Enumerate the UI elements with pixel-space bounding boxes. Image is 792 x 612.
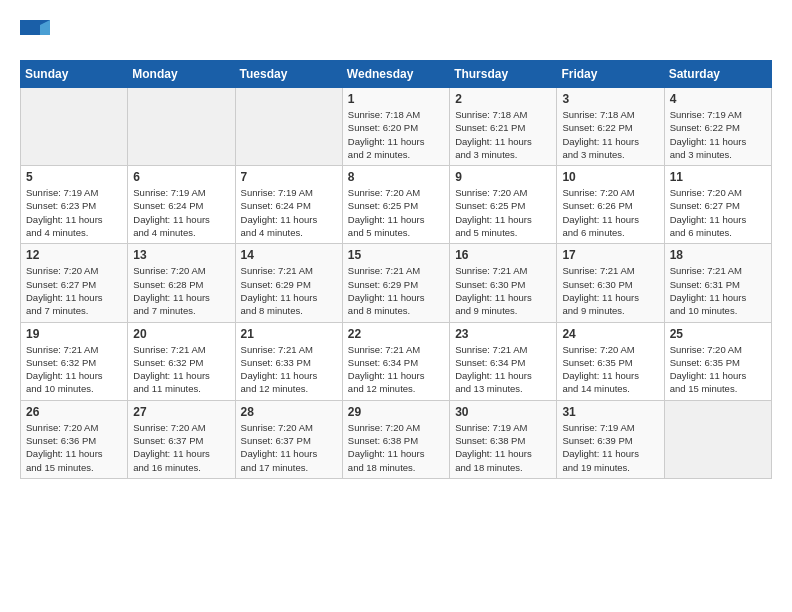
day-info: Sunrise: 7:19 AMSunset: 6:22 PMDaylight:… xyxy=(670,108,766,161)
day-cell: 8Sunrise: 7:20 AMSunset: 6:25 PMDaylight… xyxy=(342,166,449,244)
day-number: 22 xyxy=(348,327,444,341)
day-number: 30 xyxy=(455,405,551,419)
day-info: Sunrise: 7:20 AMSunset: 6:28 PMDaylight:… xyxy=(133,264,229,317)
day-info: Sunrise: 7:20 AMSunset: 6:25 PMDaylight:… xyxy=(348,186,444,239)
day-info: Sunrise: 7:19 AMSunset: 6:39 PMDaylight:… xyxy=(562,421,658,474)
day-number: 15 xyxy=(348,248,444,262)
day-number: 7 xyxy=(241,170,337,184)
day-cell xyxy=(128,88,235,166)
day-number: 11 xyxy=(670,170,766,184)
week-row-4: 19Sunrise: 7:21 AMSunset: 6:32 PMDayligh… xyxy=(21,322,772,400)
day-cell: 16Sunrise: 7:21 AMSunset: 6:30 PMDayligh… xyxy=(450,244,557,322)
day-cell: 21Sunrise: 7:21 AMSunset: 6:33 PMDayligh… xyxy=(235,322,342,400)
weekday-header-saturday: Saturday xyxy=(664,61,771,88)
day-number: 14 xyxy=(241,248,337,262)
day-number: 29 xyxy=(348,405,444,419)
day-cell: 2Sunrise: 7:18 AMSunset: 6:21 PMDaylight… xyxy=(450,88,557,166)
week-row-2: 5Sunrise: 7:19 AMSunset: 6:23 PMDaylight… xyxy=(21,166,772,244)
day-cell: 24Sunrise: 7:20 AMSunset: 6:35 PMDayligh… xyxy=(557,322,664,400)
day-number: 8 xyxy=(348,170,444,184)
week-row-1: 1Sunrise: 7:18 AMSunset: 6:20 PMDaylight… xyxy=(21,88,772,166)
day-cell: 22Sunrise: 7:21 AMSunset: 6:34 PMDayligh… xyxy=(342,322,449,400)
day-number: 5 xyxy=(26,170,122,184)
day-cell: 4Sunrise: 7:19 AMSunset: 6:22 PMDaylight… xyxy=(664,88,771,166)
day-cell: 19Sunrise: 7:21 AMSunset: 6:32 PMDayligh… xyxy=(21,322,128,400)
day-cell: 1Sunrise: 7:18 AMSunset: 6:20 PMDaylight… xyxy=(342,88,449,166)
week-row-5: 26Sunrise: 7:20 AMSunset: 6:36 PMDayligh… xyxy=(21,400,772,478)
weekday-header-row: SundayMondayTuesdayWednesdayThursdayFrid… xyxy=(21,61,772,88)
svg-rect-1 xyxy=(20,35,50,50)
day-number: 24 xyxy=(562,327,658,341)
day-number: 31 xyxy=(562,405,658,419)
day-number: 13 xyxy=(133,248,229,262)
day-number: 9 xyxy=(455,170,551,184)
day-number: 3 xyxy=(562,92,658,106)
day-info: Sunrise: 7:20 AMSunset: 6:27 PMDaylight:… xyxy=(670,186,766,239)
weekday-header-thursday: Thursday xyxy=(450,61,557,88)
day-info: Sunrise: 7:21 AMSunset: 6:34 PMDaylight:… xyxy=(348,343,444,396)
day-number: 26 xyxy=(26,405,122,419)
day-cell xyxy=(21,88,128,166)
day-info: Sunrise: 7:19 AMSunset: 6:38 PMDaylight:… xyxy=(455,421,551,474)
day-info: Sunrise: 7:21 AMSunset: 6:33 PMDaylight:… xyxy=(241,343,337,396)
day-cell: 9Sunrise: 7:20 AMSunset: 6:25 PMDaylight… xyxy=(450,166,557,244)
day-number: 17 xyxy=(562,248,658,262)
day-cell: 15Sunrise: 7:21 AMSunset: 6:29 PMDayligh… xyxy=(342,244,449,322)
day-cell: 7Sunrise: 7:19 AMSunset: 6:24 PMDaylight… xyxy=(235,166,342,244)
day-cell: 31Sunrise: 7:19 AMSunset: 6:39 PMDayligh… xyxy=(557,400,664,478)
day-number: 6 xyxy=(133,170,229,184)
day-cell: 5Sunrise: 7:19 AMSunset: 6:23 PMDaylight… xyxy=(21,166,128,244)
day-cell: 28Sunrise: 7:20 AMSunset: 6:37 PMDayligh… xyxy=(235,400,342,478)
day-info: Sunrise: 7:21 AMSunset: 6:34 PMDaylight:… xyxy=(455,343,551,396)
day-cell: 3Sunrise: 7:18 AMSunset: 6:22 PMDaylight… xyxy=(557,88,664,166)
day-number: 2 xyxy=(455,92,551,106)
day-cell xyxy=(664,400,771,478)
day-info: Sunrise: 7:19 AMSunset: 6:23 PMDaylight:… xyxy=(26,186,122,239)
day-info: Sunrise: 7:21 AMSunset: 6:29 PMDaylight:… xyxy=(241,264,337,317)
day-number: 25 xyxy=(670,327,766,341)
day-info: Sunrise: 7:18 AMSunset: 6:20 PMDaylight:… xyxy=(348,108,444,161)
day-cell: 23Sunrise: 7:21 AMSunset: 6:34 PMDayligh… xyxy=(450,322,557,400)
day-info: Sunrise: 7:21 AMSunset: 6:30 PMDaylight:… xyxy=(455,264,551,317)
day-info: Sunrise: 7:20 AMSunset: 6:37 PMDaylight:… xyxy=(241,421,337,474)
day-cell: 10Sunrise: 7:20 AMSunset: 6:26 PMDayligh… xyxy=(557,166,664,244)
day-info: Sunrise: 7:21 AMSunset: 6:32 PMDaylight:… xyxy=(133,343,229,396)
day-number: 12 xyxy=(26,248,122,262)
weekday-header-friday: Friday xyxy=(557,61,664,88)
day-cell: 26Sunrise: 7:20 AMSunset: 6:36 PMDayligh… xyxy=(21,400,128,478)
day-number: 10 xyxy=(562,170,658,184)
day-info: Sunrise: 7:20 AMSunset: 6:27 PMDaylight:… xyxy=(26,264,122,317)
day-number: 18 xyxy=(670,248,766,262)
weekday-header-sunday: Sunday xyxy=(21,61,128,88)
weekday-header-tuesday: Tuesday xyxy=(235,61,342,88)
day-cell: 6Sunrise: 7:19 AMSunset: 6:24 PMDaylight… xyxy=(128,166,235,244)
day-info: Sunrise: 7:21 AMSunset: 6:31 PMDaylight:… xyxy=(670,264,766,317)
day-number: 19 xyxy=(26,327,122,341)
day-number: 28 xyxy=(241,405,337,419)
day-info: Sunrise: 7:18 AMSunset: 6:22 PMDaylight:… xyxy=(562,108,658,161)
calendar-table: SundayMondayTuesdayWednesdayThursdayFrid… xyxy=(20,60,772,479)
day-info: Sunrise: 7:18 AMSunset: 6:21 PMDaylight:… xyxy=(455,108,551,161)
day-number: 27 xyxy=(133,405,229,419)
day-number: 1 xyxy=(348,92,444,106)
logo-icon xyxy=(20,20,50,50)
day-info: Sunrise: 7:20 AMSunset: 6:36 PMDaylight:… xyxy=(26,421,122,474)
day-number: 21 xyxy=(241,327,337,341)
day-info: Sunrise: 7:20 AMSunset: 6:35 PMDaylight:… xyxy=(670,343,766,396)
week-row-3: 12Sunrise: 7:20 AMSunset: 6:27 PMDayligh… xyxy=(21,244,772,322)
day-info: Sunrise: 7:20 AMSunset: 6:26 PMDaylight:… xyxy=(562,186,658,239)
page-header xyxy=(20,20,772,50)
day-info: Sunrise: 7:20 AMSunset: 6:38 PMDaylight:… xyxy=(348,421,444,474)
day-cell: 17Sunrise: 7:21 AMSunset: 6:30 PMDayligh… xyxy=(557,244,664,322)
day-cell: 14Sunrise: 7:21 AMSunset: 6:29 PMDayligh… xyxy=(235,244,342,322)
day-info: Sunrise: 7:21 AMSunset: 6:32 PMDaylight:… xyxy=(26,343,122,396)
day-number: 4 xyxy=(670,92,766,106)
weekday-header-monday: Monday xyxy=(128,61,235,88)
day-cell: 12Sunrise: 7:20 AMSunset: 6:27 PMDayligh… xyxy=(21,244,128,322)
day-cell: 18Sunrise: 7:21 AMSunset: 6:31 PMDayligh… xyxy=(664,244,771,322)
day-info: Sunrise: 7:21 AMSunset: 6:30 PMDaylight:… xyxy=(562,264,658,317)
day-number: 23 xyxy=(455,327,551,341)
day-cell xyxy=(235,88,342,166)
day-cell: 30Sunrise: 7:19 AMSunset: 6:38 PMDayligh… xyxy=(450,400,557,478)
day-number: 20 xyxy=(133,327,229,341)
